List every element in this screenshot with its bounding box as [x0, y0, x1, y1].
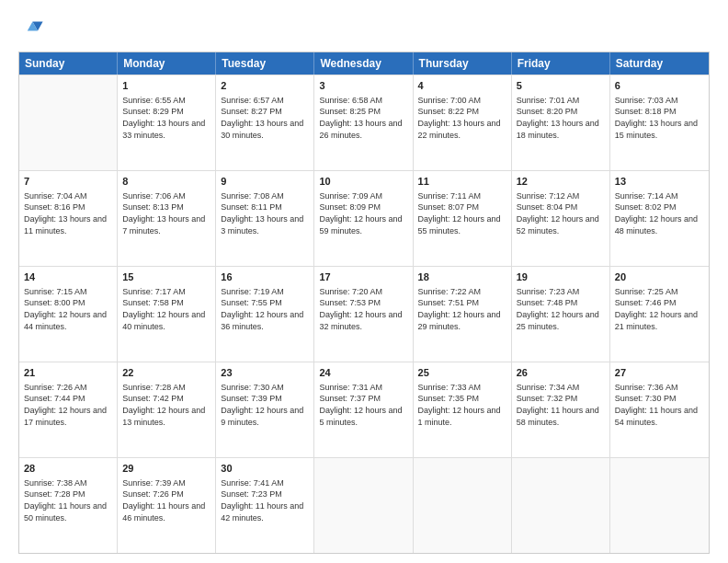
calendar-cell-4-0: 28Sunrise: 7:38 AMSunset: 7:28 PMDayligh…: [19, 458, 118, 553]
calendar-cell-4-3: [314, 458, 413, 553]
day-number: 10: [319, 175, 407, 189]
day-number: 6: [615, 79, 704, 93]
calendar-cell-2-1: 15Sunrise: 7:17 AMSunset: 7:58 PMDayligh…: [118, 267, 216, 362]
day-info: Sunrise: 7:34 AMSunset: 7:32 PMDaylight:…: [517, 382, 605, 428]
page: SundayMondayTuesdayWednesdayThursdayFrid…: [0, 0, 728, 563]
weekday-header-saturday: Saturday: [610, 52, 709, 75]
calendar-cell-2-6: 20Sunrise: 7:25 AMSunset: 7:46 PMDayligh…: [610, 267, 709, 362]
calendar-row-0: 1Sunrise: 6:55 AMSunset: 8:29 PMDaylight…: [19, 75, 709, 170]
day-info: Sunrise: 7:19 AMSunset: 7:55 PMDaylight:…: [221, 286, 309, 332]
day-number: 8: [122, 175, 210, 189]
calendar-cell-1-5: 12Sunrise: 7:12 AMSunset: 8:04 PMDayligh…: [512, 171, 610, 266]
calendar-cell-2-4: 18Sunrise: 7:22 AMSunset: 7:51 PMDayligh…: [414, 267, 512, 362]
weekday-header-sunday: Sunday: [19, 52, 118, 75]
calendar-cell-1-6: 13Sunrise: 7:14 AMSunset: 8:02 PMDayligh…: [610, 171, 709, 266]
day-number: 18: [418, 270, 506, 284]
day-number: 16: [221, 270, 309, 284]
weekday-header-thursday: Thursday: [414, 52, 512, 75]
day-info: Sunrise: 6:57 AMSunset: 8:27 PMDaylight:…: [221, 95, 309, 141]
day-number: 2: [221, 79, 309, 93]
calendar-cell-1-1: 8Sunrise: 7:06 AMSunset: 8:13 PMDaylight…: [118, 171, 216, 266]
day-info: Sunrise: 7:15 AMSunset: 8:00 PMDaylight:…: [24, 286, 112, 332]
calendar-cell-1-2: 9Sunrise: 7:08 AMSunset: 8:11 PMDaylight…: [216, 171, 314, 266]
calendar-row-3: 21Sunrise: 7:26 AMSunset: 7:44 PMDayligh…: [19, 362, 709, 457]
calendar-cell-3-4: 25Sunrise: 7:33 AMSunset: 7:35 PMDayligh…: [414, 362, 512, 457]
calendar-cell-3-3: 24Sunrise: 7:31 AMSunset: 7:37 PMDayligh…: [314, 362, 413, 457]
day-info: Sunrise: 7:38 AMSunset: 7:28 PMDaylight:…: [24, 477, 112, 523]
day-info: Sunrise: 7:12 AMSunset: 8:04 PMDaylight:…: [517, 190, 605, 236]
day-number: 27: [615, 366, 704, 380]
day-info: Sunrise: 7:20 AMSunset: 7:53 PMDaylight:…: [319, 286, 407, 332]
day-info: Sunrise: 7:33 AMSunset: 7:35 PMDaylight:…: [418, 382, 506, 428]
day-number: 19: [517, 270, 605, 284]
day-number: 15: [122, 270, 210, 284]
calendar-cell-4-2: 30Sunrise: 7:41 AMSunset: 7:23 PMDayligh…: [216, 458, 314, 553]
day-number: 13: [615, 175, 704, 189]
calendar-body: 1Sunrise: 6:55 AMSunset: 8:29 PMDaylight…: [19, 75, 709, 553]
day-info: Sunrise: 7:23 AMSunset: 7:48 PMDaylight:…: [517, 286, 605, 332]
day-info: Sunrise: 7:06 AMSunset: 8:13 PMDaylight:…: [122, 190, 210, 236]
calendar-row-1: 7Sunrise: 7:04 AMSunset: 8:16 PMDaylight…: [19, 170, 709, 266]
day-info: Sunrise: 7:36 AMSunset: 7:30 PMDaylight:…: [615, 382, 704, 428]
day-number: 3: [319, 79, 407, 93]
calendar-cell-2-5: 19Sunrise: 7:23 AMSunset: 7:48 PMDayligh…: [512, 267, 610, 362]
day-info: Sunrise: 7:08 AMSunset: 8:11 PMDaylight:…: [221, 190, 309, 236]
day-info: Sunrise: 7:22 AMSunset: 7:51 PMDaylight:…: [418, 286, 506, 332]
day-info: Sunrise: 7:39 AMSunset: 7:26 PMDaylight:…: [122, 477, 210, 523]
day-number: 1: [122, 79, 210, 93]
calendar-cell-1-0: 7Sunrise: 7:04 AMSunset: 8:16 PMDaylight…: [19, 171, 118, 266]
day-number: 20: [615, 270, 704, 284]
day-number: 29: [122, 462, 210, 476]
day-number: 24: [319, 366, 407, 380]
calendar-cell-4-6: [610, 458, 709, 553]
calendar-header: SundayMondayTuesdayWednesdayThursdayFrid…: [19, 52, 709, 75]
calendar-cell-1-4: 11Sunrise: 7:11 AMSunset: 8:07 PMDayligh…: [414, 171, 512, 266]
calendar-cell-4-5: [512, 458, 610, 553]
calendar-cell-0-5: 5Sunrise: 7:01 AMSunset: 8:20 PMDaylight…: [512, 75, 610, 170]
day-info: Sunrise: 6:55 AMSunset: 8:29 PMDaylight:…: [122, 95, 210, 141]
day-number: 14: [24, 270, 112, 284]
day-info: Sunrise: 7:31 AMSunset: 7:37 PMDaylight:…: [319, 382, 407, 428]
calendar-cell-0-0: [19, 75, 118, 170]
day-number: 12: [517, 175, 605, 189]
day-info: Sunrise: 7:09 AMSunset: 8:09 PMDaylight:…: [319, 190, 407, 236]
day-number: 17: [319, 270, 407, 284]
logo-icon: [18, 17, 44, 42]
calendar: SundayMondayTuesdayWednesdayThursdayFrid…: [18, 52, 710, 554]
calendar-cell-2-2: 16Sunrise: 7:19 AMSunset: 7:55 PMDayligh…: [216, 267, 314, 362]
calendar-cell-0-1: 1Sunrise: 6:55 AMSunset: 8:29 PMDaylight…: [118, 75, 216, 170]
day-info: Sunrise: 7:25 AMSunset: 7:46 PMDaylight:…: [615, 286, 704, 332]
day-number: 11: [418, 175, 506, 189]
calendar-cell-0-3: 3Sunrise: 6:58 AMSunset: 8:25 PMDaylight…: [314, 75, 413, 170]
day-number: 9: [221, 175, 309, 189]
day-number: 4: [418, 79, 506, 93]
header: [18, 17, 710, 42]
calendar-cell-2-0: 14Sunrise: 7:15 AMSunset: 8:00 PMDayligh…: [19, 267, 118, 362]
calendar-cell-3-2: 23Sunrise: 7:30 AMSunset: 7:39 PMDayligh…: [216, 362, 314, 457]
day-number: 30: [221, 462, 309, 476]
day-info: Sunrise: 7:11 AMSunset: 8:07 PMDaylight:…: [418, 190, 506, 236]
day-number: 26: [517, 366, 605, 380]
calendar-cell-4-4: [414, 458, 512, 553]
calendar-row-4: 28Sunrise: 7:38 AMSunset: 7:28 PMDayligh…: [19, 457, 709, 553]
day-info: Sunrise: 7:30 AMSunset: 7:39 PMDaylight:…: [221, 382, 309, 428]
weekday-header-tuesday: Tuesday: [216, 52, 314, 75]
day-number: 22: [122, 366, 210, 380]
day-info: Sunrise: 7:17 AMSunset: 7:58 PMDaylight:…: [122, 286, 210, 332]
day-info: Sunrise: 7:26 AMSunset: 7:44 PMDaylight:…: [24, 382, 112, 428]
calendar-cell-3-5: 26Sunrise: 7:34 AMSunset: 7:32 PMDayligh…: [512, 362, 610, 457]
day-info: Sunrise: 7:04 AMSunset: 8:16 PMDaylight:…: [24, 190, 112, 236]
day-info: Sunrise: 7:14 AMSunset: 8:02 PMDaylight:…: [615, 190, 704, 236]
day-info: Sunrise: 6:58 AMSunset: 8:25 PMDaylight:…: [319, 95, 407, 141]
calendar-cell-0-4: 4Sunrise: 7:00 AMSunset: 8:22 PMDaylight…: [414, 75, 512, 170]
calendar-cell-4-1: 29Sunrise: 7:39 AMSunset: 7:26 PMDayligh…: [118, 458, 216, 553]
day-info: Sunrise: 7:41 AMSunset: 7:23 PMDaylight:…: [221, 477, 309, 523]
calendar-cell-0-2: 2Sunrise: 6:57 AMSunset: 8:27 PMDaylight…: [216, 75, 314, 170]
day-number: 21: [24, 366, 112, 380]
day-info: Sunrise: 7:01 AMSunset: 8:20 PMDaylight:…: [517, 95, 605, 141]
calendar-cell-1-3: 10Sunrise: 7:09 AMSunset: 8:09 PMDayligh…: [314, 171, 413, 266]
calendar-cell-3-1: 22Sunrise: 7:28 AMSunset: 7:42 PMDayligh…: [118, 362, 216, 457]
calendar-cell-3-0: 21Sunrise: 7:26 AMSunset: 7:44 PMDayligh…: [19, 362, 118, 457]
logo: [18, 17, 48, 42]
day-info: Sunrise: 7:28 AMSunset: 7:42 PMDaylight:…: [122, 382, 210, 428]
